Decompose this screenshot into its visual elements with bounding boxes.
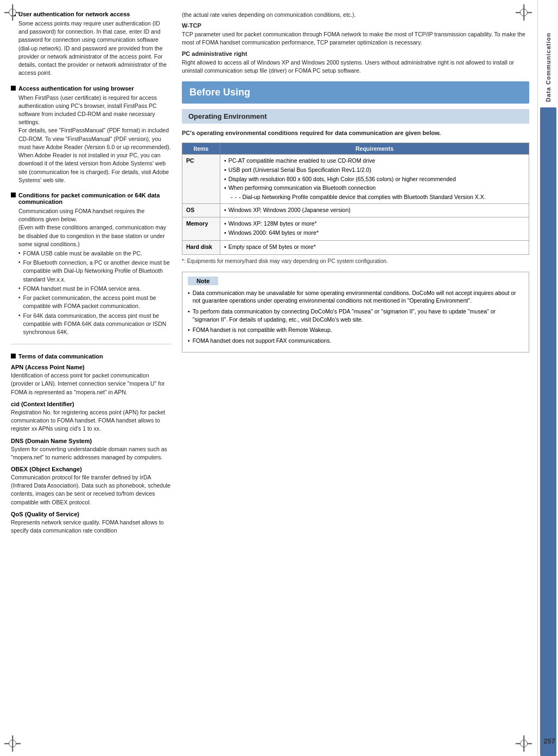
table-row-os: OS Windows XP, Windows 2000 (Japanese ve… <box>182 203 529 217</box>
terms-header: Terms of data communication <box>11 353 171 360</box>
section-conditions-title: Conditions for packet communication or 6… <box>11 192 171 205</box>
sidebar-label: Data Communication <box>545 33 551 102</box>
row-req-pc: PC-AT compatible machine enabled to use … <box>220 155 529 203</box>
section-user-auth-title: User authentication for network access <box>11 11 171 17</box>
row-req-os: Windows XP, Windows 2000 (Japanese versi… <box>220 203 529 217</box>
right-column: (the actual rate varies depending on com… <box>179 11 529 745</box>
oe-description: PC's operating environmental conditions … <box>182 129 529 137</box>
term-obex-body: Communication protocol for file transfer… <box>11 473 171 507</box>
note-item-1: Data communication may be unavailable fo… <box>188 289 523 305</box>
crosshair-circle-bl <box>9 740 16 747</box>
row-item-os: OS <box>182 203 220 217</box>
corner-top-right <box>516 4 532 21</box>
page-number: 257 <box>543 737 555 745</box>
note-header: Note <box>188 277 218 285</box>
page-container: User authentication for network access S… <box>0 0 558 756</box>
main-content: User authentication for network access S… <box>0 0 537 756</box>
sub-bullet-4: • For packet communication, the access p… <box>18 294 171 310</box>
row-item-memory: Memory <box>182 217 220 240</box>
sub-bullet-2: • For Bluetooth connection, a PC or anot… <box>18 259 171 284</box>
table-row-harddisk: Hard disk Empty space of 5M bytes or mor… <box>182 240 529 254</box>
crosshair-br <box>516 735 532 752</box>
terms-section: Terms of data communication APN (Access … <box>11 353 171 535</box>
section-access-auth-title: Access authentication for using browser <box>11 85 171 92</box>
section-access-auth-body: When FirstPass (user certificate) is req… <box>18 94 171 184</box>
row-req-memory: Windows XP: 128M bytes or more* Windows … <box>220 217 529 240</box>
term-pcadmin-name: PC administrative right <box>182 50 247 57</box>
col-header-items: Items <box>182 143 220 155</box>
sidebar-accent <box>540 107 556 756</box>
divider <box>11 344 171 344</box>
right-sidebar: Data Communication 257 <box>537 0 558 756</box>
note-item-3: FOMA handset is not compatible with Remo… <box>188 326 523 334</box>
oe-table: Items Requirements PC PC-AT compatible m… <box>182 143 529 254</box>
table-footnote: *: Equipments for memory/hard disk may v… <box>182 258 529 265</box>
term-cid-body: Registration No. for registering access … <box>11 408 171 433</box>
row-req-harddisk: Empty space of 5M bytes or more* <box>220 240 529 254</box>
corner-bottom-left <box>4 735 21 752</box>
table-row-memory: Memory Windows XP: 128M bytes or more* W… <box>182 217 529 240</box>
corner-bottom-right <box>516 735 532 752</box>
section-user-auth-body: Some access points may require user auth… <box>18 20 171 78</box>
term-apn-name: APN (Access Point Name) <box>11 364 171 370</box>
term-obex-name: OBEX (Object Exchange) <box>11 466 171 472</box>
crosshair-tr <box>516 4 532 21</box>
left-column: User authentication for network access S… <box>11 11 179 745</box>
term-qos-name: QoS (Quality of Service) <box>11 511 171 517</box>
term-dns-body: System for converting understandable dom… <box>11 445 171 462</box>
sub-bullet-1: • FOMA USB cable must be available on th… <box>18 249 171 258</box>
row-item-harddisk: Hard disk <box>182 240 220 254</box>
note-box: Note Data communication may be unavailab… <box>182 272 529 353</box>
sub-bullet-3: • FOMA handset must be in FOMA service a… <box>18 285 171 293</box>
crosshair-tl <box>4 4 21 21</box>
note-item-4: FOMA handset does not support FAX commun… <box>188 337 523 345</box>
term-qos-body: Represents network service quality. FOMA… <box>11 518 171 535</box>
operating-environment-header: Operating Environment <box>182 109 529 124</box>
term-apn-body: Identification of access point for packe… <box>11 371 171 396</box>
term-wtcp-name: W-TCP <box>182 22 201 29</box>
crosshair-bl <box>4 735 21 752</box>
note-item-2: To perform data communication by connect… <box>188 307 523 323</box>
section-conditions-body: Communication using FOMA handset require… <box>18 207 171 336</box>
term-dns-name: DNS (Domain Name System) <box>11 438 171 444</box>
section-user-auth: User authentication for network access S… <box>11 11 171 78</box>
col-header-requirements: Requirements <box>220 143 529 155</box>
bullet-square-2 <box>11 86 16 91</box>
crosshair-circle-tl <box>9 9 16 16</box>
bullet-square-3 <box>11 193 16 197</box>
crosshair-circle-br <box>520 740 528 747</box>
right-top-text: (the actual rate varies depending on com… <box>182 11 529 75</box>
crosshair-circle-tr <box>520 9 528 16</box>
section-conditions: Conditions for packet communication or 6… <box>11 192 171 336</box>
term-wtcp-body: TCP parameter used for packet communicat… <box>182 31 525 46</box>
sub-bullet-5: • For 64K data communication, the access… <box>18 312 171 337</box>
before-using-banner: Before Using <box>182 81 529 104</box>
corner-top-left <box>4 4 21 21</box>
note-list: Data communication may be unavailable fo… <box>188 289 523 345</box>
bullet-square-terms <box>11 354 16 358</box>
section-access-auth: Access authentication for using browser … <box>11 85 171 184</box>
term-cid-name: cid (Context Identifier) <box>11 401 171 407</box>
row-item-pc: PC <box>182 155 220 203</box>
term-pcadmin-body: Right allowed to access all of Windows X… <box>182 59 514 74</box>
table-row-pc: PC PC-AT compatible machine enabled to u… <box>182 155 529 203</box>
